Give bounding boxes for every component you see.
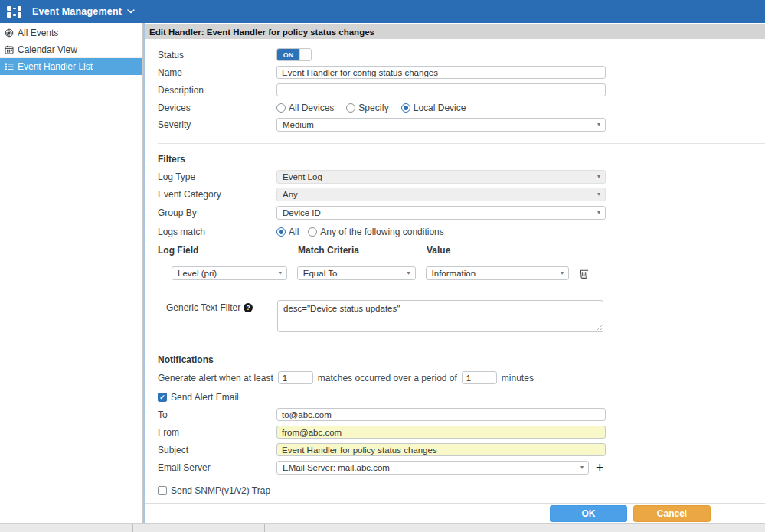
strip-divider bbox=[132, 524, 133, 532]
fortinet-logo-icon bbox=[7, 6, 22, 18]
radio-circle bbox=[401, 103, 410, 113]
email-subject-input[interactable] bbox=[276, 443, 606, 456]
list-icon bbox=[5, 62, 14, 71]
radio-logs-match-all[interactable]: All bbox=[276, 227, 299, 237]
generic-text-filter-label: Generic Text Filter bbox=[166, 302, 240, 313]
email-from-input[interactable] bbox=[276, 426, 606, 439]
email-server-select[interactable]: EMail Server: mail.abc.com ▾ bbox=[276, 461, 589, 475]
match-criteria-column-header: Match Criteria bbox=[298, 245, 427, 256]
email-server-value: EMail Server: mail.abc.com bbox=[283, 463, 390, 472]
sidebar-item-calendar-view[interactable]: Calendar View bbox=[0, 41, 142, 58]
cancel-button[interactable]: Cancel bbox=[633, 505, 711, 522]
form-footer: OK Cancel bbox=[145, 503, 765, 523]
status-toggle[interactable]: ON bbox=[276, 48, 312, 61]
radio-circle bbox=[308, 227, 317, 237]
sidebar: All Events Calendar View bbox=[0, 23, 143, 523]
name-label: Name bbox=[158, 67, 276, 78]
group-by-label: Group By bbox=[158, 207, 276, 218]
event-category-label: Event Category bbox=[158, 189, 276, 200]
log-field-value: Level (pri) bbox=[178, 269, 217, 278]
devices-radio-group: All Devices Specify Local Device bbox=[276, 103, 466, 113]
status-label: Status bbox=[158, 50, 276, 60]
radio-all-devices[interactable]: All Devices bbox=[276, 103, 334, 113]
log-type-select[interactable]: Event Log ▾ bbox=[276, 170, 606, 184]
name-input[interactable] bbox=[276, 66, 606, 79]
edit-handler-title-bar: Edit Handler: Event Handler for policy s… bbox=[145, 24, 765, 39]
group-by-value: Device ID bbox=[283, 208, 321, 217]
delete-condition-button[interactable] bbox=[579, 268, 589, 279]
all-events-icon bbox=[5, 28, 14, 38]
logs-match-label: Logs match bbox=[158, 227, 276, 237]
subject-label: Subject bbox=[158, 445, 276, 455]
ok-button[interactable]: OK bbox=[550, 505, 627, 522]
generate-alert-row: Generate alert when at least matches occ… bbox=[158, 371, 765, 384]
radio-label: All bbox=[289, 227, 299, 237]
sidebar-item-event-handler-list[interactable]: Event Handler List bbox=[0, 58, 142, 75]
app-title[interactable]: Event Management bbox=[32, 6, 122, 17]
radio-specify[interactable]: Specify bbox=[346, 103, 388, 113]
radio-local-device[interactable]: Local Device bbox=[401, 103, 466, 113]
radio-label: Any of the following conditions bbox=[320, 227, 443, 237]
sidebar-item-label: Calendar View bbox=[18, 44, 77, 55]
page-title: Edit Handler: Event Handler for policy s… bbox=[149, 28, 374, 37]
log-type-label: Log Type bbox=[158, 171, 276, 182]
alert-period-input[interactable] bbox=[462, 371, 497, 384]
checkbox-box bbox=[158, 486, 167, 495]
dropdown-arrow-icon: ▾ bbox=[407, 269, 410, 276]
filters-heading: Filters bbox=[158, 154, 765, 165]
severity-select[interactable]: Medium ▾ bbox=[276, 118, 606, 132]
radio-label: Specify bbox=[358, 103, 388, 113]
notifications-heading: Notifications bbox=[158, 354, 765, 365]
alert-count-input[interactable] bbox=[278, 371, 313, 384]
dropdown-arrow-icon: ▾ bbox=[561, 269, 564, 276]
sidebar-item-all-events[interactable]: All Events bbox=[0, 24, 142, 41]
send-alert-email-checkbox[interactable]: ✓ Send Alert Email bbox=[158, 392, 765, 403]
condition-row: Level (pri) ▾ Equal To ▾ Information ▾ bbox=[172, 266, 589, 280]
add-email-server-button[interactable]: + bbox=[596, 461, 604, 475]
radio-label: All Devices bbox=[289, 103, 334, 113]
chevron-down-icon[interactable] bbox=[127, 9, 135, 14]
severity-value: Medium bbox=[283, 120, 314, 129]
log-field-column-header: Log Field bbox=[158, 245, 298, 256]
sidebar-item-label: All Events bbox=[18, 28, 58, 38]
email-to-input[interactable] bbox=[276, 408, 606, 421]
help-icon[interactable]: ? bbox=[244, 303, 253, 312]
dropdown-arrow-icon: ▾ bbox=[597, 173, 600, 180]
radio-label: Local Device bbox=[414, 103, 466, 113]
radio-logs-match-any[interactable]: Any of the following conditions bbox=[308, 227, 443, 237]
from-label: From bbox=[158, 427, 276, 438]
description-label: Description bbox=[158, 85, 276, 96]
toggle-knob bbox=[299, 49, 311, 60]
log-type-value: Event Log bbox=[283, 172, 322, 181]
generic-text-filter-textarea[interactable]: desc="Device status updates" bbox=[277, 300, 603, 332]
condition-value-select[interactable]: Information ▾ bbox=[426, 266, 569, 280]
dropdown-arrow-icon: ▾ bbox=[597, 191, 600, 197]
dropdown-arrow-icon: ▾ bbox=[597, 209, 600, 216]
checkbox-label: Send Alert Email bbox=[171, 392, 239, 403]
condition-value: Information bbox=[432, 269, 476, 278]
checkbox-label: Send SNMP(v1/v2) Trap bbox=[171, 485, 270, 496]
devices-label: Devices bbox=[158, 103, 276, 113]
generate-alert-prefix: Generate alert when at least bbox=[158, 373, 273, 383]
conditions-table: Log Field Match Criteria Value Level (pr… bbox=[158, 245, 589, 280]
bottom-status-strip bbox=[0, 523, 765, 532]
event-category-select[interactable]: Any ▾ bbox=[276, 188, 606, 201]
match-criteria-select[interactable]: Equal To ▾ bbox=[297, 266, 416, 280]
logs-match-radio-group: All Any of the following conditions bbox=[276, 227, 444, 237]
generate-alert-middle: matches occurred over a period of bbox=[318, 373, 457, 383]
checkbox-box: ✓ bbox=[158, 393, 167, 402]
to-label: To bbox=[158, 410, 276, 420]
event-category-value: Any bbox=[283, 190, 298, 199]
resize-grip[interactable] bbox=[596, 325, 602, 331]
dropdown-arrow-icon: ▾ bbox=[580, 464, 584, 471]
send-snmp-trap-checkbox[interactable]: Send SNMP(v1/v2) Trap bbox=[158, 485, 765, 496]
edit-handler-form: Status ON Name Description Devices bbox=[145, 39, 765, 503]
description-input[interactable] bbox=[276, 83, 606, 96]
sidebar-item-label: Event Handler List bbox=[18, 61, 93, 72]
strip-divider bbox=[264, 524, 265, 532]
section-divider bbox=[158, 143, 765, 144]
log-field-select[interactable]: Level (pri) ▾ bbox=[172, 266, 287, 280]
group-by-select[interactable]: Device ID ▾ bbox=[276, 206, 606, 220]
generate-alert-suffix: minutes bbox=[502, 373, 534, 383]
top-bar: Event Management bbox=[0, 0, 765, 23]
